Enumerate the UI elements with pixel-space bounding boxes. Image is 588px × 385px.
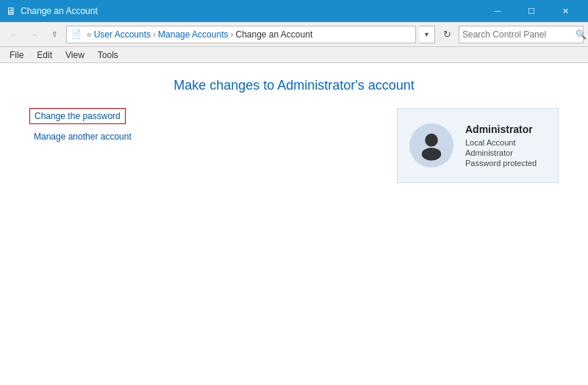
menu-file[interactable]: File: [3, 48, 30, 62]
account-panel: Administrator Local Account Administrato…: [397, 108, 559, 183]
titlebar: 🖥 Change an Account ─ ☐ ✕: [0, 0, 588, 22]
back-button[interactable]: ←: [4, 26, 22, 43]
breadcrumb-sep1: «: [87, 29, 92, 40]
minimize-button[interactable]: ─: [481, 0, 514, 22]
breadcrumb-arrow1: ›: [153, 29, 156, 40]
search-input[interactable]: [459, 29, 576, 40]
menu-tools[interactable]: Tools: [91, 48, 125, 62]
maximize-button[interactable]: ☐: [514, 0, 548, 22]
breadcrumb-manage-accounts[interactable]: Manage Accounts: [158, 29, 228, 40]
account-info: Administrator Local Account Administrato…: [465, 123, 537, 168]
account-detail-3: Password protected: [465, 159, 537, 168]
account-name: Administrator: [465, 123, 537, 135]
content-area: Change the password Manage another accou…: [29, 108, 559, 183]
svg-point-1: [422, 148, 441, 161]
svg-point-0: [425, 134, 438, 147]
up-button[interactable]: ⇧: [46, 26, 63, 43]
breadcrumb-change-account: Change an Account: [235, 29, 312, 40]
user-icon: [415, 129, 448, 162]
change-password-button[interactable]: Change the password: [29, 108, 126, 124]
breadcrumb: 📄 « User Accounts › Manage Accounts › Ch…: [66, 26, 416, 43]
refresh-button[interactable]: ↻: [438, 26, 456, 43]
menubar: File Edit View Tools: [0, 47, 588, 63]
left-panel: Change the password Manage another accou…: [29, 108, 368, 183]
page-title: Make changes to Administrator's account: [29, 78, 559, 93]
titlebar-title: Change an Account: [21, 6, 481, 16]
addressbar: ← → ⇧ 📄 « User Accounts › Manage Account…: [0, 22, 588, 47]
account-avatar: [409, 123, 453, 168]
titlebar-icon: 🖥: [6, 5, 16, 17]
breadcrumb-dropdown-button[interactable]: ▼: [419, 26, 435, 43]
account-detail-2: Administrator: [465, 148, 537, 157]
breadcrumb-user-accounts[interactable]: User Accounts: [94, 29, 151, 40]
manage-another-account-link[interactable]: Manage another account: [34, 132, 368, 142]
main-content: Make changes to Administrator's account …: [0, 63, 588, 198]
menu-view[interactable]: View: [59, 48, 91, 62]
search-icon-button[interactable]: 🔍: [576, 26, 587, 43]
breadcrumb-folder-icon: 📄: [71, 29, 82, 39]
search-box: 🔍: [459, 26, 584, 43]
account-detail-1: Local Account: [465, 138, 537, 147]
breadcrumb-arrow2: ›: [230, 29, 233, 40]
menu-edit[interactable]: Edit: [30, 48, 59, 62]
titlebar-controls: ─ ☐ ✕: [481, 0, 582, 22]
close-button[interactable]: ✕: [548, 0, 582, 22]
forward-button[interactable]: →: [25, 26, 43, 43]
